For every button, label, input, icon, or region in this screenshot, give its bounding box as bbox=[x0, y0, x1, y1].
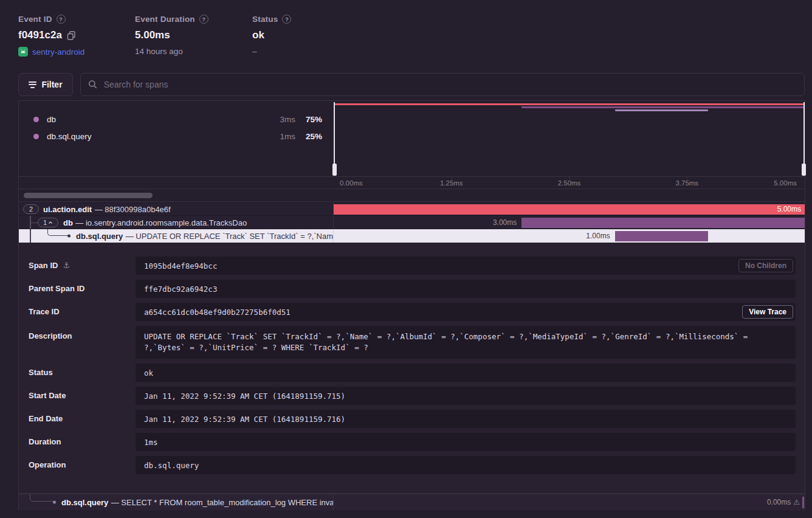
warning-icon: ⚠ bbox=[793, 498, 800, 506]
axis-label: 2.50ms bbox=[558, 179, 581, 187]
legend-duration: 1ms bbox=[269, 132, 295, 141]
duration-field-label: Duration bbox=[29, 437, 61, 446]
tree-scrollbar-track bbox=[19, 188, 805, 202]
description-value-box: UPDATE OR REPLACE `Track` SET `TrackId` … bbox=[136, 326, 796, 359]
help-icon[interactable]: ? bbox=[199, 15, 208, 24]
span-op: db.sql.query bbox=[76, 232, 123, 241]
minimap-right-drag-handle[interactable] bbox=[802, 164, 806, 176]
event-id-label: Event ID bbox=[18, 15, 52, 24]
start-date-label: Start Date bbox=[29, 391, 66, 400]
span-row-db-sql-query-select[interactable]: db.sql.query — SELECT * FROM room_table_… bbox=[19, 494, 805, 510]
axis-label: 1.25ms bbox=[440, 179, 463, 187]
event-duration-value: 5.00ms bbox=[135, 29, 170, 41]
no-children-button[interactable]: No Children bbox=[738, 259, 793, 272]
timeline-minimap[interactable] bbox=[334, 101, 805, 176]
span-details-panel: Span ID ⚓ 1095bd4ef8e94bcc No Children P… bbox=[19, 243, 805, 494]
status-value: ok bbox=[252, 29, 264, 41]
minimap-left-handle-line bbox=[334, 102, 335, 165]
span-row-db[interactable]: 1 db — io.sentry.android.roomsample.data… bbox=[19, 216, 805, 229]
axis-label: 5.00ms bbox=[774, 179, 797, 187]
event-duration-label: Event Duration bbox=[135, 15, 195, 24]
legend-item-db-sql-query: db.sql.query 1ms 25% bbox=[19, 128, 334, 145]
legend-item-db: db 3ms 75% bbox=[19, 111, 334, 128]
view-trace-button[interactable]: View Trace bbox=[742, 305, 793, 319]
minimap-span-line-red bbox=[334, 103, 805, 105]
status-sub: – bbox=[252, 47, 257, 56]
legend-dot bbox=[33, 134, 39, 139]
span-desc: — 88f300998a0b4e6f bbox=[95, 205, 171, 214]
span-duration: 0.00ms bbox=[767, 498, 791, 506]
span-bar bbox=[334, 204, 805, 215]
anchor-icon[interactable]: ⚓ bbox=[63, 261, 70, 270]
span-desc: — io.sentry.android.roomsample.data.Trac… bbox=[75, 218, 247, 227]
span-search-bar[interactable] bbox=[80, 73, 805, 96]
help-icon[interactable]: ? bbox=[57, 15, 66, 24]
span-op: ui.action.edit bbox=[43, 205, 92, 214]
tree-connector bbox=[30, 229, 31, 243]
tree-connector bbox=[30, 223, 38, 224]
span-row-db-sql-query-selected[interactable]: db.sql.query — UPDATE OR REPLACE `Track`… bbox=[19, 229, 805, 243]
trace-id-value-box: a654cc61dc0b48ef9d0b27275b6f0d51 View Tr… bbox=[136, 303, 796, 321]
span-duration: 3.00ms bbox=[493, 218, 517, 227]
span-op: db bbox=[63, 218, 73, 227]
start-date-value-box: Jan 11, 2022 9:52:39 AM CET (1641891159.… bbox=[136, 387, 796, 405]
status-label: Status bbox=[252, 15, 278, 24]
event-duration-block: Event Duration ? 5.00ms 14 hours ago bbox=[135, 15, 208, 56]
tree-connector-elbow bbox=[30, 494, 54, 502]
span-duration: 5.00ms bbox=[777, 205, 801, 213]
copy-icon[interactable] bbox=[67, 31, 76, 40]
legend-label: db bbox=[47, 115, 56, 124]
filter-icon bbox=[29, 80, 36, 89]
span-tree: 2 ui.action.edit — 88f300998a0b4e6f 5.00… bbox=[19, 202, 805, 243]
filter-button[interactable]: Filter bbox=[18, 73, 73, 96]
event-time-ago: 14 hours ago bbox=[135, 47, 183, 56]
span-id-label: Span ID bbox=[29, 261, 58, 270]
minimap-span-line-light-purple bbox=[615, 109, 708, 111]
span-desc: — SELECT * FROM room_table_modification_… bbox=[111, 498, 334, 507]
tree-node-dot bbox=[53, 501, 56, 504]
span-bar bbox=[521, 218, 805, 228]
span-row-ui-action-edit[interactable]: 2 ui.action.edit — 88f300998a0b4e6f 5.00… bbox=[19, 202, 805, 216]
minimap-right-handle-line bbox=[803, 102, 805, 165]
minimap-section: db 3ms 75% db.sql.query 1ms 25% bbox=[19, 101, 805, 176]
time-axis: 0.00ms 1.25ms 2.50ms 3.75ms 5.00ms bbox=[19, 176, 805, 188]
duration-value-box: 1ms bbox=[136, 433, 796, 451]
op-breakdown-legend: db 3ms 75% db.sql.query 1ms 25% bbox=[19, 101, 334, 176]
help-icon[interactable]: ? bbox=[282, 15, 291, 24]
legend-dot bbox=[33, 117, 39, 122]
event-id-value: f0491c2a bbox=[18, 29, 62, 41]
status-field-label: Status bbox=[29, 368, 53, 377]
tree-node-dot bbox=[67, 235, 71, 238]
parent-span-id-value-box: ffe7dbc92a6942c3 bbox=[136, 280, 796, 298]
axis-label: 3.75ms bbox=[675, 179, 698, 187]
tree-connector-elbow bbox=[47, 229, 69, 236]
description-label: Description bbox=[29, 331, 72, 340]
span-bar-zero bbox=[802, 497, 804, 508]
event-id-label-row: Event ID ? bbox=[18, 15, 84, 24]
minimap-span-line-purple bbox=[521, 106, 805, 108]
legend-percent: 25% bbox=[295, 132, 322, 141]
project-link[interactable]: sentry-android bbox=[32, 47, 84, 57]
children-count-pill[interactable]: 2 bbox=[23, 204, 39, 214]
android-platform-icon bbox=[18, 47, 28, 57]
axis-label: 0.00ms bbox=[340, 179, 363, 187]
span-bar bbox=[615, 231, 708, 241]
trace-view-container: db 3ms 75% db.sql.query 1ms 25% bbox=[18, 100, 805, 510]
span-id-value-box: 1095bd4ef8e94bcc No Children bbox=[136, 257, 796, 275]
minimap-left-drag-handle[interactable] bbox=[332, 164, 337, 176]
status-block: Status ? ok – bbox=[252, 15, 291, 56]
span-desc: — UPDATE OR REPLACE `Track` SET `TrackId… bbox=[126, 232, 334, 241]
filter-button-label: Filter bbox=[41, 80, 62, 89]
chevron-up-icon bbox=[48, 220, 53, 225]
end-date-value-box: Jan 11, 2022 9:52:39 AM CET (1641891159.… bbox=[136, 410, 796, 428]
search-input[interactable] bbox=[104, 80, 797, 89]
span-duration: 1.00ms bbox=[586, 232, 610, 240]
event-id-block: Event ID ? f0491c2a sentry-android bbox=[18, 15, 84, 57]
tree-scrollbar-thumb[interactable] bbox=[24, 193, 153, 198]
trace-id-label: Trace ID bbox=[29, 307, 60, 316]
span-op: db.sql.query bbox=[61, 498, 108, 507]
children-count-pill[interactable]: 1 bbox=[38, 218, 58, 227]
legend-percent: 75% bbox=[295, 115, 322, 124]
legend-duration: 3ms bbox=[269, 115, 295, 124]
search-icon bbox=[88, 80, 98, 89]
